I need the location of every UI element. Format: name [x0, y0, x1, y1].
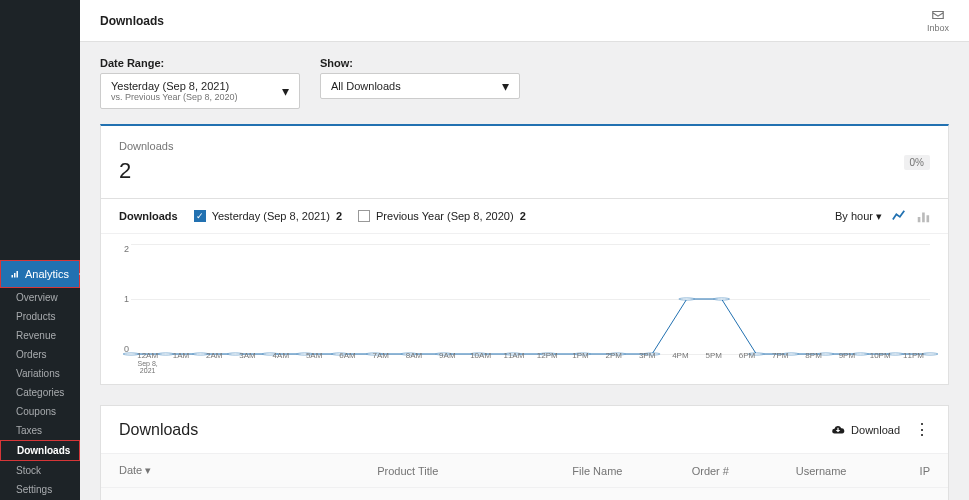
- more-menu-icon[interactable]: ⋮: [914, 420, 930, 439]
- inbox-icon: [931, 8, 945, 22]
- legend-title: Downloads: [119, 210, 178, 222]
- controls: Date Range: Yesterday (Sep 8, 2021) vs. …: [100, 57, 949, 109]
- line-chart-icon[interactable]: [892, 209, 906, 223]
- summary-value: 2: [119, 158, 173, 184]
- table-title: Downloads: [119, 421, 198, 439]
- chart-panel: Downloads 2 0% Downloads ✓ Yesterday (Se…: [100, 124, 949, 385]
- download-button[interactable]: Download: [831, 423, 900, 437]
- summary-badge: 0%: [904, 155, 930, 170]
- svg-point-16: [679, 298, 695, 300]
- sidebar-sub-products[interactable]: Products: [0, 307, 80, 326]
- sidebar-sub-stock[interactable]: Stock: [0, 461, 80, 480]
- sidebar-item-analytics[interactable]: Analytics: [0, 260, 80, 288]
- sidebar-label: Analytics: [25, 268, 69, 280]
- sidebar-sub-revenue[interactable]: Revenue: [0, 326, 80, 345]
- col-order[interactable]: Order #: [660, 454, 761, 488]
- show-label: Show:: [320, 57, 520, 69]
- cloud-download-icon: [831, 423, 845, 437]
- legend-series-1[interactable]: ✓ Yesterday (Sep 8, 2021) 2: [194, 210, 342, 222]
- content: Date Range: Yesterday (Sep 8, 2021) vs. …: [80, 42, 969, 500]
- interval-dropdown[interactable]: By hour ▾: [835, 210, 882, 223]
- downloads-table: Date ▾ Product Title File Name Order # U…: [101, 453, 948, 500]
- checkbox-unchecked-icon: [358, 210, 370, 222]
- summary: Downloads 2 0%: [101, 126, 948, 199]
- legend: Downloads ✓ Yesterday (Sep 8, 2021) 2 Pr…: [101, 199, 948, 234]
- chart: 210 12AMSep 8, 20211AM2AM3AM4AM5AM6AM7AM…: [101, 234, 948, 384]
- sidebar-sub-downloads[interactable]: Downloads: [0, 440, 80, 461]
- show-dropdown[interactable]: All Downloads: [320, 73, 520, 99]
- sidebar-sub-orders[interactable]: Orders: [0, 345, 80, 364]
- bar-chart-icon[interactable]: [916, 209, 930, 223]
- col-ip[interactable]: IP: [881, 454, 948, 488]
- col-date[interactable]: Date ▾: [101, 454, 280, 488]
- sidebar: Analytics OverviewProductsRevenueOrdersV…: [0, 0, 80, 500]
- date-range-dropdown[interactable]: Yesterday (Sep 8, 2021) vs. Previous Yea…: [100, 73, 300, 109]
- col-user[interactable]: Username: [761, 454, 881, 488]
- bar-chart-icon: [11, 267, 19, 281]
- col-product[interactable]: Product Title: [280, 454, 535, 488]
- table-row: September 8, 2021Sample downloadable pro…: [101, 488, 948, 501]
- header: Downloads Inbox: [80, 0, 969, 42]
- sidebar-sub-coupons[interactable]: Coupons: [0, 402, 80, 421]
- sidebar-sub-variations[interactable]: Variations: [0, 364, 80, 383]
- sidebar-sub-settings[interactable]: Settings: [0, 480, 80, 499]
- sidebar-sub-taxes[interactable]: Taxes: [0, 421, 80, 440]
- legend-series-2[interactable]: Previous Year (Sep 8, 2020) 2: [358, 210, 526, 222]
- page-title: Downloads: [100, 14, 164, 28]
- col-file[interactable]: File Name: [535, 454, 659, 488]
- sidebar-sub-overview[interactable]: Overview: [0, 288, 80, 307]
- inbox-button[interactable]: Inbox: [927, 8, 949, 33]
- table-panel: Downloads Download ⋮ Date ▾ Product Titl…: [100, 405, 949, 500]
- sidebar-sub-categories[interactable]: Categories: [0, 383, 80, 402]
- checkbox-checked-icon: ✓: [194, 210, 206, 222]
- svg-point-17: [714, 298, 730, 300]
- summary-title: Downloads: [119, 140, 173, 152]
- date-range-label: Date Range:: [100, 57, 300, 69]
- main: Downloads Inbox Date Range: Yesterday (S…: [80, 0, 969, 500]
